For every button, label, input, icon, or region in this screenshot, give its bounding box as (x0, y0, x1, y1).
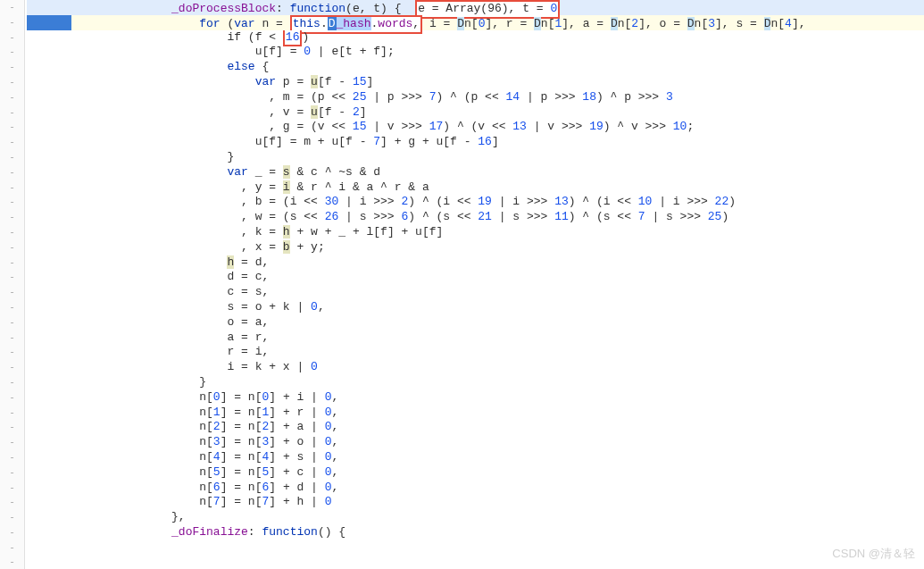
gutter-marker: - (0, 75, 24, 90)
gutter-marker: - (0, 540, 24, 556)
code-line: n[3] = n[3] + o | 0, (27, 435, 924, 450)
code-line: n[0] = n[0] + i | 0, (27, 390, 924, 406)
gutter-marker: - (0, 510, 24, 525)
gutter-marker: - (0, 60, 24, 75)
gutter-marker: - (0, 165, 24, 180)
code-line: n[7] = n[7] + h | 0 (27, 495, 924, 510)
code-line: , w = (s << 26 | s >>> 6) ^ (s << 21 | s… (27, 210, 924, 225)
gutter-marker: - (0, 315, 24, 331)
gutter-marker: - (0, 555, 24, 569)
code-line-active: for (var n = this.D_hash.words, i = Dn[0… (27, 15, 924, 30)
gutter-marker: - (0, 270, 24, 285)
code-line: n[6] = n[6] + d | 0, (27, 481, 924, 496)
gutter-marker: - (0, 375, 24, 390)
code-line: i = k + x | 0 (27, 360, 924, 375)
code-line: , v = u[f - 2] (27, 105, 924, 121)
code-line: n[5] = n[5] + c | 0, (27, 465, 924, 481)
gutter-marker: - (0, 0, 24, 15)
gutter-marker: - (0, 225, 24, 240)
gutter-marker: - (0, 285, 24, 300)
gutter-marker: - (0, 465, 24, 481)
gutter-marker: - (0, 360, 24, 375)
gutter-marker: - (0, 406, 24, 421)
gutter-marker: - (0, 120, 24, 135)
gutter-marker: - (0, 331, 24, 346)
gutter-marker: - (0, 450, 24, 465)
gutter-marker: - (0, 240, 24, 255)
code-line: u[f] = 0 | e[t + f]; (27, 45, 924, 60)
gutter-marker: - (0, 481, 24, 496)
code-line: s = o + k | 0, (27, 300, 924, 315)
code-line: , b = (i << 30 | i >>> 2) ^ (i << 19 | i… (27, 195, 924, 210)
code-line: o = a, (27, 315, 924, 331)
code-line: a = r, (27, 331, 924, 346)
gutter-marker: - (0, 90, 24, 105)
code-line: n[4] = n[4] + s | 0, (27, 450, 924, 465)
code-line: else { (27, 60, 924, 75)
gutter-marker: - (0, 45, 24, 60)
code-line: } (27, 150, 924, 165)
watermark: CSDN @清＆轻 (832, 546, 915, 562)
code-line: } (27, 375, 924, 390)
gutter-marker: - (0, 105, 24, 121)
code-line: , g = (v << 15 | v >>> 17) ^ (v << 13 | … (27, 120, 924, 135)
highlight-box-selection: this.D_hash.words, (290, 15, 423, 34)
code-line: _doProcessBlock: function(e, t) { e = Ar… (27, 0, 924, 15)
code-line: var p = u[f - 15] (27, 75, 924, 90)
gutter-marker: - (0, 15, 24, 30)
code-editor: -------------------------------------- _… (0, 0, 924, 540)
gutter-marker: - (0, 525, 24, 540)
cursor-icon: D (328, 17, 337, 30)
code-line: , x = b + y; (27, 240, 924, 255)
code-line: var _ = s & c ^ ~s & d (27, 165, 924, 180)
gutter-marker: - (0, 255, 24, 271)
code-line: , m = (p << 25 | p >>> 7) ^ (p << 14 | p… (27, 90, 924, 105)
code-line: c = s, (27, 285, 924, 300)
gutter-marker: - (0, 495, 24, 510)
gutter-marker: - (0, 180, 24, 196)
code-line: , k = h + w + _ + l[f] + u[f] (27, 225, 924, 240)
gutter-marker: - (0, 345, 24, 360)
gutter: -------------------------------------- (0, 0, 25, 569)
gutter-marker: - (0, 435, 24, 450)
code-line: h = d, (27, 255, 924, 271)
gutter-marker: - (0, 150, 24, 165)
code-line: u[f] = m + u[f - 7] + g + u[f - 16] (27, 135, 924, 150)
gutter-marker: - (0, 210, 24, 225)
gutter-marker: - (0, 195, 24, 210)
gutter-marker: - (0, 390, 24, 406)
code-line: n[2] = n[2] + a | 0, (27, 420, 924, 435)
code-line: }, (27, 510, 924, 525)
code-line: _doFinalize: function() { (27, 525, 924, 540)
code-line: d = c, (27, 270, 924, 285)
code-line: , y = i & r ^ i & a ^ r & a (27, 180, 924, 196)
gutter-marker: - (0, 420, 24, 435)
gutter-marker: - (0, 30, 24, 46)
gutter-marker: - (0, 135, 24, 150)
code-line: if (f < 16) (27, 30, 924, 46)
gutter-marker: - (0, 300, 24, 315)
code-line: n[1] = n[1] + r | 0, (27, 406, 924, 421)
code-line: r = i, (27, 345, 924, 360)
